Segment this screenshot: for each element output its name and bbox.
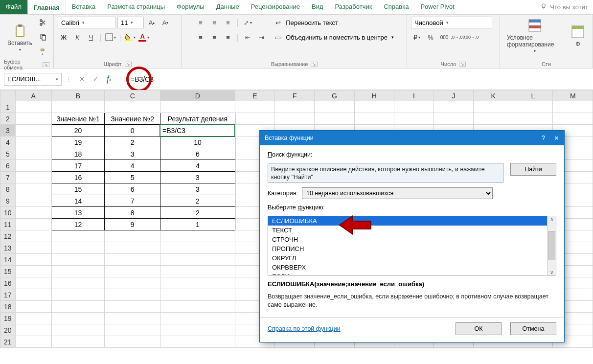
cell-D14[interactable] bbox=[160, 254, 235, 266]
cell-C8[interactable]: 6 bbox=[105, 183, 160, 195]
cell-A1[interactable] bbox=[15, 101, 51, 113]
wrap-text-button[interactable]: ↩ Переносить текст bbox=[272, 17, 394, 28]
increase-font-icon[interactable]: A▴ bbox=[146, 17, 158, 28]
cell-C4[interactable]: 2 bbox=[105, 136, 160, 148]
search-input[interactable]: Введите краткое описание действия, котор… bbox=[268, 163, 503, 182]
cell-C5[interactable]: 3 bbox=[105, 148, 160, 160]
row-header-4[interactable]: 4 bbox=[0, 136, 16, 148]
cell-B12[interactable] bbox=[51, 230, 105, 242]
cell-C21[interactable] bbox=[105, 336, 160, 348]
tab-help[interactable]: Справка bbox=[378, 0, 414, 14]
cell-D12[interactable] bbox=[160, 230, 235, 242]
fill-color-icon[interactable] bbox=[124, 31, 136, 43]
function-help-link[interactable]: Справка по этой функции bbox=[268, 325, 341, 332]
cell-D1[interactable] bbox=[160, 101, 235, 113]
cell-A15[interactable] bbox=[15, 266, 51, 277]
cancel-formula-icon[interactable]: ✕ bbox=[76, 73, 88, 85]
cell-C6[interactable]: 4 bbox=[105, 160, 160, 172]
cell-I1[interactable] bbox=[394, 101, 433, 113]
cell-M2[interactable] bbox=[553, 113, 593, 125]
dialog-titlebar[interactable]: Вставка функции ? ✕ bbox=[260, 131, 564, 145]
align-bottom-icon[interactable]: ≡ bbox=[222, 17, 234, 28]
clipboard-launcher[interactable]: ↘ bbox=[43, 62, 49, 67]
number-launcher[interactable]: ↘ bbox=[459, 62, 466, 67]
row-header-1[interactable]: 1 bbox=[0, 101, 16, 113]
align-launcher[interactable]: ↘ bbox=[311, 62, 318, 67]
align-right-icon[interactable]: ≡ bbox=[222, 31, 234, 43]
cell-D13[interactable] bbox=[160, 242, 235, 254]
row-header-8[interactable]: 8 bbox=[0, 183, 16, 195]
cell-B2[interactable]: Значение №1 bbox=[51, 113, 105, 125]
cell-D10[interactable]: 2 bbox=[160, 207, 235, 219]
tab-view[interactable]: Вид bbox=[306, 0, 329, 14]
row-header-3[interactable]: 3 bbox=[0, 125, 16, 136]
function-list-scrollbar[interactable]: ∧ ∨ bbox=[547, 216, 556, 275]
cell-B21[interactable] bbox=[51, 336, 105, 348]
cell-C10[interactable]: 8 bbox=[105, 207, 160, 219]
function-item-ОКРУГЛ[interactable]: ОКРУГЛ bbox=[268, 253, 547, 263]
align-left-icon[interactable]: ≡ bbox=[195, 31, 206, 43]
italic-icon[interactable]: К bbox=[71, 31, 83, 43]
cell-B15[interactable] bbox=[51, 266, 105, 277]
conditional-formatting-button[interactable]: Условное форматирование▾ bbox=[504, 17, 565, 54]
orientation-icon[interactable]: ⤢ bbox=[242, 17, 253, 28]
tab-powerpivot[interactable]: Power Pivot bbox=[414, 0, 460, 14]
cell-B11[interactable]: 12 bbox=[51, 219, 105, 230]
ok-button[interactable]: ОК bbox=[456, 322, 502, 335]
cell-D8[interactable]: 3 bbox=[160, 183, 235, 195]
col-header-F[interactable]: F bbox=[275, 91, 315, 101]
cell-B3[interactable]: 20 bbox=[51, 125, 105, 136]
cell-C20[interactable] bbox=[105, 324, 160, 336]
cell-C3[interactable]: 0 bbox=[105, 125, 160, 136]
cell-D20[interactable] bbox=[160, 324, 235, 336]
cell-B16[interactable] bbox=[51, 277, 105, 289]
close-icon[interactable]: ✕ bbox=[554, 135, 559, 142]
cell-A16[interactable] bbox=[15, 277, 51, 289]
cell-G1[interactable] bbox=[315, 101, 354, 113]
col-header-C[interactable]: C bbox=[105, 91, 160, 101]
tab-layout[interactable]: Разметка страницы bbox=[101, 0, 171, 14]
tab-review[interactable]: Рецензирование bbox=[245, 0, 306, 14]
format-as-table-button[interactable]: Ф bbox=[567, 23, 589, 48]
scroll-thumb[interactable] bbox=[548, 231, 555, 260]
row-header-20[interactable]: 20 bbox=[0, 324, 16, 336]
cell-M1[interactable] bbox=[553, 101, 593, 113]
tab-file[interactable]: Файл bbox=[0, 0, 27, 14]
currency-icon[interactable]: ₽ bbox=[411, 31, 423, 43]
cell-A18[interactable] bbox=[15, 301, 51, 313]
row-header-9[interactable]: 9 bbox=[0, 195, 16, 207]
col-header-A[interactable]: A bbox=[15, 91, 51, 101]
cell-A9[interactable] bbox=[15, 195, 51, 207]
cell-A7[interactable] bbox=[15, 172, 51, 183]
cell-J1[interactable] bbox=[434, 101, 474, 113]
enter-formula-icon[interactable]: ✓ bbox=[90, 73, 101, 85]
col-header-B[interactable]: B bbox=[51, 91, 105, 101]
cell-C2[interactable]: Значение №2 bbox=[105, 113, 160, 125]
function-list[interactable]: ЕСЛИОШИБКАТЕКСТСТРОЧНПРОПИСНОКРУГЛОКРВВЕ… bbox=[268, 216, 547, 275]
cell-H2[interactable] bbox=[354, 113, 394, 125]
cell-B10[interactable]: 13 bbox=[51, 207, 105, 219]
font-launcher[interactable]: ↘ bbox=[125, 62, 132, 67]
row-header-6[interactable]: 6 bbox=[0, 160, 16, 172]
cell-E1[interactable] bbox=[235, 101, 274, 113]
cell-B13[interactable] bbox=[51, 242, 105, 254]
cell-B6[interactable]: 17 bbox=[51, 160, 105, 172]
col-header-L[interactable]: L bbox=[513, 91, 553, 101]
cell-C12[interactable] bbox=[105, 230, 160, 242]
cell-C7[interactable]: 5 bbox=[105, 172, 160, 183]
cell-A11[interactable] bbox=[15, 219, 51, 230]
col-header-D[interactable]: D bbox=[160, 91, 235, 101]
font-name-select[interactable]: Calibri bbox=[58, 17, 115, 28]
cell-D3[interactable]: =B3/C3 bbox=[160, 125, 235, 136]
row-header-16[interactable]: 16 bbox=[0, 277, 16, 289]
cell-L2[interactable] bbox=[513, 113, 553, 125]
cell-C18[interactable] bbox=[105, 301, 160, 313]
col-header-I[interactable]: I bbox=[394, 91, 433, 101]
cut-icon[interactable] bbox=[37, 17, 49, 28]
percent-icon[interactable]: % bbox=[425, 31, 436, 43]
cell-D4[interactable]: 10 bbox=[160, 136, 235, 148]
cell-D11[interactable]: 1 bbox=[160, 219, 235, 230]
font-size-select[interactable]: 11 bbox=[117, 17, 144, 28]
cell-A8[interactable] bbox=[15, 183, 51, 195]
cell-A3[interactable] bbox=[15, 125, 51, 136]
